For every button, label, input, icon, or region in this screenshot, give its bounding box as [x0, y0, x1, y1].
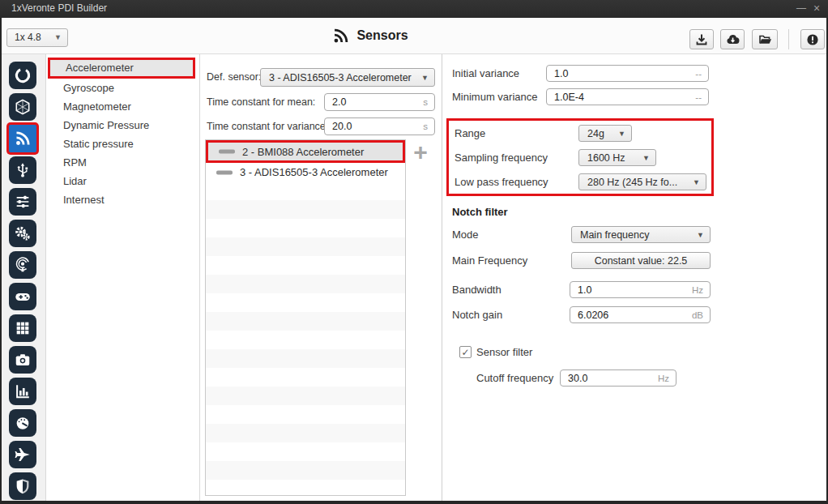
mode-label: Mode: [452, 226, 479, 243]
empty-row: [206, 219, 405, 237]
range-dropdown[interactable]: 24g ▼: [578, 125, 632, 142]
bar-chart-icon: [14, 382, 32, 400]
sidebar-item-telemetry[interactable]: [9, 251, 36, 279]
time-mean-value: 2.0: [332, 94, 346, 110]
app-window: 1x 4.8 ▼ Sensors: [2, 18, 826, 501]
notch-gain-value: 6.0206: [578, 307, 608, 322]
minimum-variance-label: Minimum variance: [452, 88, 537, 105]
accelerometer-panel: Def. sensor: 3 - ADIS16505-3 Acceleromet…: [200, 54, 442, 501]
range-label: Range: [455, 125, 485, 142]
toolbar: 1x 4.8 ▼ Sensors: [2, 18, 826, 54]
mode-dropdown[interactable]: Main frequency ▼: [571, 226, 711, 243]
def-sensor-dropdown[interactable]: 3 - ADIS16505-3 Accelerometer ▼: [260, 68, 435, 87]
sampling-frequency-value: 1600 Hz: [587, 150, 641, 165]
range-value: 24g: [587, 126, 617, 141]
info-button[interactable]: [800, 29, 825, 49]
menu-item-internest[interactable]: Internest: [46, 190, 199, 209]
camera-icon: [14, 351, 32, 369]
bandwidth-input[interactable]: 1.0 Hz: [570, 281, 711, 298]
save-to-unit-button[interactable]: [689, 29, 714, 49]
time-mean-input[interactable]: 2.0 s: [324, 93, 435, 111]
sidebar-item-camera[interactable]: [9, 346, 36, 374]
low-pass-frequency-dropdown[interactable]: 280 Hz (245 Hz fo... ▼: [578, 173, 706, 190]
open-file-button[interactable]: [752, 29, 778, 49]
menu-item-lidar[interactable]: Lidar: [46, 172, 199, 190]
empty-row: [206, 331, 405, 349]
cloud-download-button[interactable]: [720, 29, 745, 49]
window-title: 1xVeronte PDI Builder: [11, 2, 107, 14]
main-area: Accelerometer Gyroscope Magnetometer Dyn…: [2, 54, 826, 501]
menu-item-rpm[interactable]: RPM: [46, 153, 199, 172]
empty-row: [206, 256, 405, 275]
chevron-down-icon: ▼: [421, 73, 429, 81]
check-icon: ✓: [461, 347, 469, 358]
accelerometer-list: 2 - BMI088 Accelerometer 3 - ADIS16505-3…: [205, 139, 406, 496]
empty-row: [206, 442, 405, 461]
initial-variance-unit: --: [695, 66, 702, 81]
empty-row: [206, 405, 405, 424]
sensor-filter-label: Sensor filter: [476, 345, 532, 359]
time-variance-label: Time constant for variance:: [207, 117, 328, 135]
list-item-bmi088[interactable]: 2 - BMI088 Accelerometer: [206, 140, 405, 163]
sliders-icon: [14, 193, 32, 211]
empty-row: [206, 480, 405, 496]
menu-item-dynamic-pressure[interactable]: Dynamic Pressure: [46, 116, 199, 135]
cutoff-frequency-unit: Hz: [658, 370, 669, 386]
chevron-down-icon: ▼: [54, 29, 62, 46]
version-dropdown-value: 1x 4.8: [15, 32, 41, 43]
notch-gain-input[interactable]: 6.0206 dB: [570, 306, 711, 323]
sidebar-item-automations[interactable]: [9, 220, 36, 247]
dash-icon: [219, 150, 235, 154]
sidebar-item-uav[interactable]: [9, 441, 36, 468]
time-variance-input[interactable]: 20.0 s: [324, 117, 435, 135]
empty-row: [206, 182, 405, 200]
time-mean-label: Time constant for mean:: [207, 93, 315, 111]
minimum-variance-input[interactable]: 1.0E-4 --: [546, 88, 709, 105]
close-button[interactable]: ×: [809, 0, 824, 18]
empty-row: [206, 387, 405, 405]
sidebar-item-stick[interactable]: [9, 283, 36, 310]
sidebar-item-platform[interactable]: [9, 93, 36, 121]
notch-gain-label: Notch gain: [452, 306, 502, 323]
chevron-down-icon: ▼: [618, 129, 625, 137]
minimize-button[interactable]: —: [794, 0, 809, 18]
def-sensor-value: 3 - ADIS16505-3 Accelerometer: [269, 69, 420, 86]
list-item-adis16505[interactable]: 3 - ADIS16505-3 Accelerometer: [206, 163, 405, 182]
sidebar-item-sensors[interactable]: [9, 125, 36, 152]
dash-icon: [216, 170, 233, 174]
sidebar-item-control[interactable]: [9, 188, 36, 216]
sidebar-item-hil[interactable]: [9, 378, 36, 405]
list-item-label: 2 - BMI088 Accelerometer: [242, 143, 364, 160]
low-pass-frequency-value: 280 Hz (245 Hz fo...: [587, 174, 691, 190]
sidebar: [2, 54, 46, 501]
open-folder-icon: [758, 33, 772, 46]
page-header: Sensors: [289, 24, 451, 47]
sidebar-item-gauge[interactable]: [9, 409, 36, 437]
menu-item-magnetometer[interactable]: Magnetometer: [46, 97, 199, 116]
def-sensor-label: Def. sensor:: [207, 68, 261, 87]
sidebar-item-connections[interactable]: [9, 156, 36, 184]
download-icon: [695, 33, 708, 46]
version-dropdown[interactable]: 1x 4.8 ▼: [6, 28, 68, 47]
sidebar-item-tables[interactable]: [9, 314, 36, 342]
time-mean-unit: s: [423, 94, 428, 110]
sensor-type-menu: Accelerometer Gyroscope Magnetometer Dyn…: [46, 54, 200, 501]
veronte-ring-icon: [14, 66, 32, 84]
usb-icon: [14, 161, 32, 179]
sidebar-item-safety[interactable]: [9, 472, 36, 500]
initial-variance-input[interactable]: 1.0 --: [546, 65, 709, 82]
chevron-down-icon: ▼: [642, 153, 650, 161]
add-sensor-button[interactable]: +: [409, 142, 432, 164]
initial-variance-label: Initial variance: [452, 65, 519, 82]
sampling-frequency-dropdown[interactable]: 1600 Hz ▼: [578, 149, 656, 166]
sensor-filter-checkbox[interactable]: ✓: [459, 346, 472, 358]
cutoff-frequency-input[interactable]: 30.0 Hz: [560, 369, 676, 387]
menu-item-static-pressure[interactable]: Static pressure: [46, 135, 199, 153]
menu-item-accelerometer[interactable]: Accelerometer: [48, 58, 195, 79]
empty-row: [206, 424, 405, 442]
range-settings-highlight-group: Range 24g ▼ Sampling frequency 1600 Hz ▼…: [446, 118, 714, 196]
chevron-down-icon: ▼: [693, 177, 700, 186]
sidebar-item-veronte[interactable]: [9, 62, 36, 89]
main-frequency-button[interactable]: Constant value: 22.5: [571, 252, 711, 269]
menu-item-gyroscope[interactable]: Gyroscope: [46, 79, 199, 97]
